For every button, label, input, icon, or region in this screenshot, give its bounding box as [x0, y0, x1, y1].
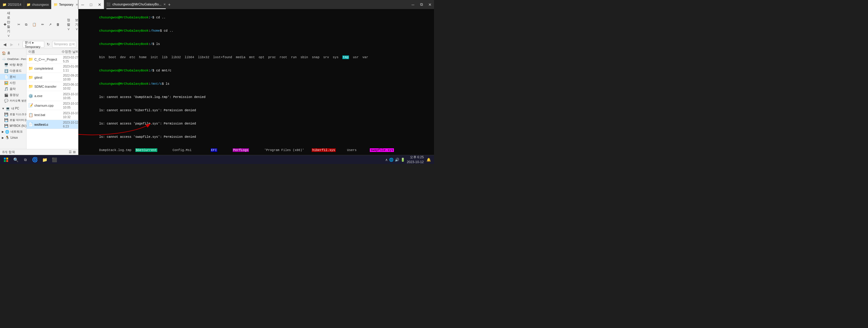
- file-row[interactable]: 📁 gitest 2022-09-20 오후 10:00 파일 폴더: [27, 73, 78, 82]
- new-item-btn[interactable]: ✚ 새로 만들기 ∨: [2, 10, 12, 38]
- list-view-btn[interactable]: ☰: [69, 150, 72, 154]
- notification-btn[interactable]: 🔔: [426, 157, 432, 163]
- clock-time: 오후 6:25: [407, 155, 424, 159]
- home-icon: 🏠: [2, 51, 6, 55]
- nav-kakao[interactable]: 💬 카카오톡 받은 ...: [0, 98, 26, 104]
- copy-btn[interactable]: ⧉: [23, 22, 29, 27]
- drive-icon: 💾: [4, 124, 8, 128]
- terminal-error-line: ls: cannot access 'pagefile.sys': Permis…: [80, 117, 432, 130]
- volume-icon[interactable]: 🔊: [395, 158, 399, 162]
- terminal-line: chusungwoo@MrChuGalaxyBook:/mnt/c$ ls: [80, 77, 432, 90]
- tab-temporary[interactable]: 📁 Temporary ✕: [51, 0, 79, 9]
- grid-view-btn[interactable]: ⊞: [73, 150, 76, 154]
- terminal-taskbar-icon[interactable]: ⬛: [50, 155, 59, 164]
- nav-drive-d[interactable]: 💾 로컬 데이터 (D:): [0, 117, 26, 123]
- file-name: charnum.cpp: [34, 104, 63, 107]
- terminal-ls-output: DumpStack.log.tmp $GetCurrent Config.Msi…: [80, 144, 432, 155]
- edge-icon[interactable]: 🌀: [31, 155, 39, 164]
- task-view-btn[interactable]: ⧉: [21, 155, 30, 164]
- network-tray-icon[interactable]: 🌐: [389, 158, 394, 162]
- folder-icon: 📁: [28, 84, 33, 89]
- close-tab-btn[interactable]: ✕: [76, 3, 78, 6]
- svg-rect-3: [6, 158, 8, 159]
- file-row[interactable]: 📋 test.bat 2023-10-10 오후 10:32 Windows 배…: [27, 110, 78, 120]
- terminal-content[interactable]: chusungwoo@MrChuGalaxyBook:~$ cd .. chus…: [79, 9, 434, 155]
- nav-onedrive[interactable]: ☁️ OneDrive - Perso...: [0, 56, 26, 62]
- nav-mybox[interactable]: 💾 MYBOX (N:): [0, 123, 26, 129]
- file-list: 이름 수정한 날짜 유형 크기 📁 C_C++_Project 2023-02-…: [27, 49, 78, 149]
- bat-icon: 📋: [28, 113, 33, 117]
- explorer-toolbar-area: ✚ 새로 만들기 ∨ ✂ ⧉ 📋 ✏ ↗ 🗑 정렬 ∨ 보기 ∨: [0, 9, 78, 49]
- terminal-line: bin boot dev etc home init lib lib32 lib…: [80, 51, 432, 64]
- battery-icon[interactable]: 🔋: [401, 158, 405, 162]
- close-terminal-tab-btn[interactable]: ✕: [163, 3, 166, 6]
- nav-downloads[interactable]: ⬇️ 다운로드: [0, 68, 26, 74]
- close-explorer-btn[interactable]: ✕: [95, 0, 104, 9]
- music-icon: 🎵: [4, 87, 8, 91]
- delete-btn[interactable]: 🗑: [55, 22, 61, 27]
- system-clock[interactable]: 오후 6:25 2023-10-12: [407, 155, 424, 164]
- file-row[interactable]: 📁 SDMC-transfer 2023-06-10 오후 10:02 파일 폴…: [27, 82, 78, 91]
- breadcrumb[interactable]: 문서 ▸ Temporary: [23, 41, 44, 48]
- terminal-tab-active[interactable]: ⬛ chusungwoo@MrChuGalaxyBo... ✕: [106, 0, 166, 9]
- cut-btn[interactable]: ✂: [16, 22, 22, 27]
- file-name: SDMC-transfer: [34, 85, 63, 88]
- explorer-body: 🏠 홈 ☁️ OneDrive - Perso... 🖥️ 바탕 화면 ⬇️ 다…: [0, 49, 78, 149]
- folder-icon: 📁: [28, 66, 33, 70]
- file-list-header: 이름 수정한 날짜 유형 크기: [27, 49, 78, 55]
- file-date: 2023-02-27 오후 5:25: [63, 56, 78, 63]
- minimize-terminal-btn[interactable]: ─: [409, 0, 417, 9]
- chat-icon: 💬: [4, 99, 8, 103]
- close-terminal-btn[interactable]: ✕: [426, 0, 434, 9]
- terminal-icon: ⬛: [106, 2, 111, 6]
- file-row[interactable]: 📁 C_C++_Project 2023-02-27 오후 5:25 파일 폴더: [27, 55, 78, 64]
- tab-chusungwoo[interactable]: 📁 chusungwoo ✕: [24, 0, 51, 9]
- nav-drive-c[interactable]: 💾 로컬 디스크 (C:): [0, 112, 26, 117]
- paste-btn[interactable]: 📋: [30, 22, 38, 27]
- nav-desktop[interactable]: 🖥️ 바탕 화면: [0, 62, 26, 68]
- chevron-up-icon[interactable]: ∧: [385, 158, 388, 162]
- nav-home[interactable]: 🏠 홈: [0, 50, 26, 56]
- up-btn[interactable]: ↑: [16, 41, 22, 47]
- explorer-taskbar-icon[interactable]: 📁: [40, 155, 49, 164]
- nav-linux[interactable]: ▶ 🐧 Linux: [0, 135, 26, 141]
- file-row-wsltest[interactable]: 📄 wsltest.c 2023-10-12 오전 6:23 C 파일 0KB: [27, 120, 78, 129]
- share-btn[interactable]: ↗: [47, 22, 53, 27]
- refresh-btn[interactable]: ↻: [45, 41, 51, 47]
- chevron-down-icon: ▼: [2, 107, 4, 110]
- svg-rect-2: [4, 158, 6, 159]
- sort-btn[interactable]: 정렬 ∨: [65, 17, 72, 32]
- file-row[interactable]: 📁 completetest 2023-01-06 오후 1:11 파일 폴더: [27, 64, 78, 73]
- nav-photos[interactable]: 🖼️ 사진: [0, 80, 26, 86]
- nav-network[interactable]: ▶ 🌐 네트워크: [0, 129, 26, 135]
- taskbar-search[interactable]: 🔍: [11, 155, 20, 164]
- folder-icon: 📁: [2, 3, 7, 7]
- new-terminal-tab-btn[interactable]: +: [168, 2, 170, 7]
- computer-icon: 💻: [6, 107, 10, 111]
- rename-btn[interactable]: ✏: [39, 22, 46, 27]
- cloud-icon: ☁️: [2, 57, 6, 61]
- forward-btn[interactable]: ▶: [9, 41, 15, 47]
- file-row[interactable]: ⚙️ a.exe 2023-10-10 오후 10:05 응용 프로그램 88K…: [27, 91, 78, 101]
- nav-music[interactable]: 🎵 음악: [0, 86, 26, 92]
- photos-icon: 🖼️: [4, 81, 8, 85]
- col-name-header[interactable]: 이름: [28, 50, 61, 54]
- minimize-explorer-btn[interactable]: ─: [79, 0, 87, 9]
- drive-icon: 💾: [4, 118, 8, 122]
- start-button[interactable]: [2, 155, 10, 164]
- video-icon: 🎬: [4, 93, 8, 97]
- maximize-explorer-btn[interactable]: □: [87, 0, 95, 9]
- terminal-line: chusungwoo@MrChuGalaxyBook:/home$ cd ..: [80, 24, 432, 37]
- file-date: 2022-09-20 오후 10:00: [63, 73, 78, 81]
- left-navigation: 🏠 홈 ☁️ OneDrive - Perso... 🖥️ 바탕 화면 ⬇️ 다…: [0, 49, 27, 149]
- nav-documents[interactable]: 📄 문서: [0, 74, 26, 80]
- tab-20231014[interactable]: 📁 20231014 ✕: [0, 0, 24, 9]
- col-date-header[interactable]: 수정한 날짜: [61, 50, 78, 54]
- nav-videos[interactable]: 🎬 동영상: [0, 92, 26, 98]
- terminal-line: chusungwoo@MrChuGalaxyBook:~$ cd ..: [80, 11, 432, 24]
- back-btn[interactable]: ◀: [2, 41, 8, 47]
- file-row[interactable]: 📝 charnum.cpp 2023-10-10 오후 10:05 C++ So…: [27, 101, 78, 110]
- nav-mypc[interactable]: ▼ 💻 내 PC: [0, 106, 26, 112]
- search-box[interactable]: Temporary 검색: [52, 41, 76, 48]
- restore-terminal-btn[interactable]: ⧉: [417, 0, 426, 9]
